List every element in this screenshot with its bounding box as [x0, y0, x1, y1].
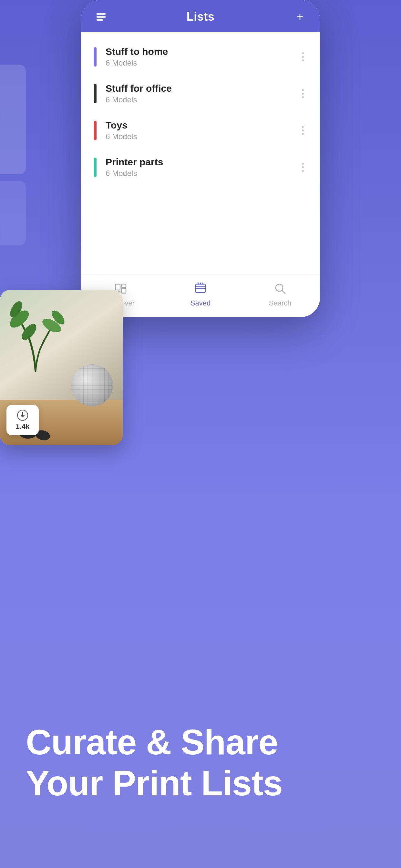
- lists-container: Stuff to home 6 Models Stuff for office …: [81, 32, 320, 274]
- nav-label-saved: Saved: [190, 299, 211, 307]
- svg-rect-3: [116, 284, 120, 290]
- download-count: 1.4k: [16, 423, 30, 431]
- add-list-button[interactable]: +: [293, 10, 307, 24]
- list-item-name: Stuff to home: [105, 46, 299, 57]
- app-header: Lists +: [81, 0, 320, 32]
- headline-container: Curate & Share Your Print Lists: [26, 722, 375, 803]
- menu-dot: [302, 133, 304, 135]
- list-item-info: Printer parts 6 Models: [105, 157, 299, 178]
- lists-nav-icon[interactable]: [94, 10, 108, 24]
- list-item[interactable]: Stuff for office 6 Models: [81, 75, 320, 112]
- sphere-shape: [71, 364, 113, 406]
- bg-shape-2: [0, 181, 26, 245]
- svg-line-11: [282, 290, 285, 293]
- list-color-indicator: [94, 121, 96, 140]
- nav-item-saved[interactable]: Saved: [178, 281, 223, 307]
- list-item-menu-button[interactable]: [299, 86, 307, 101]
- list-color-indicator: [94, 84, 96, 103]
- header-title: Lists: [187, 10, 215, 24]
- list-item[interactable]: Toys 6 Models: [81, 112, 320, 149]
- list-item-info: Stuff for office 6 Models: [105, 83, 299, 104]
- list-item-count: 6 Models: [105, 58, 299, 67]
- download-icon: [17, 409, 28, 421]
- list-item-name: Stuff for office: [105, 83, 299, 94]
- list-item-name: Printer parts: [105, 157, 299, 167]
- menu-dot: [302, 163, 304, 165]
- list-item-info: Toys 6 Models: [105, 120, 299, 141]
- list-color-indicator: [94, 47, 96, 66]
- svg-rect-0: [96, 13, 105, 15]
- nav-item-search[interactable]: Search: [258, 281, 303, 307]
- list-item-info: Stuff to home 6 Models: [105, 46, 299, 67]
- menu-dot: [302, 126, 304, 128]
- plant-decoration: [10, 293, 74, 374]
- list-color-indicator: [94, 158, 96, 177]
- list-item[interactable]: Stuff to home 6 Models: [81, 38, 320, 75]
- list-item-name: Toys: [105, 120, 299, 131]
- image-card: 1.4k: [0, 290, 123, 445]
- image-card-content: 1.4k: [0, 290, 123, 445]
- svg-rect-4: [121, 284, 126, 287]
- search-icon: [273, 281, 288, 297]
- headline-line1: Curate & Share: [26, 722, 375, 763]
- menu-dot: [302, 93, 304, 95]
- list-item-count: 6 Models: [105, 169, 299, 178]
- 3d-print-object: [71, 364, 116, 409]
- list-item-menu-button[interactable]: [299, 159, 307, 175]
- menu-dot: [302, 89, 304, 91]
- svg-rect-2: [96, 19, 103, 21]
- list-item-menu-button[interactable]: [299, 123, 307, 138]
- svg-rect-1: [96, 16, 105, 18]
- menu-dot: [302, 170, 304, 172]
- list-item-count: 6 Models: [105, 132, 299, 141]
- list-item-menu-button[interactable]: [299, 49, 307, 65]
- saved-icon: [193, 281, 208, 297]
- menu-dot: [302, 56, 304, 58]
- menu-dot: [302, 166, 304, 168]
- headline-line2: Your Print Lists: [26, 763, 375, 804]
- bg-shape-1: [0, 65, 26, 175]
- nav-label-search: Search: [269, 299, 291, 307]
- list-item[interactable]: Printer parts 6 Models: [81, 149, 320, 186]
- menu-dot: [302, 129, 304, 131]
- sphere-grid-pattern: [71, 364, 113, 406]
- menu-dot: [302, 96, 304, 98]
- menu-dot: [302, 59, 304, 61]
- phone-mockup: Lists + Stuff to home 6 Models Stuff for…: [81, 0, 320, 317]
- list-item-count: 6 Models: [105, 95, 299, 104]
- download-badge: 1.4k: [6, 405, 39, 435]
- menu-dot: [302, 52, 304, 54]
